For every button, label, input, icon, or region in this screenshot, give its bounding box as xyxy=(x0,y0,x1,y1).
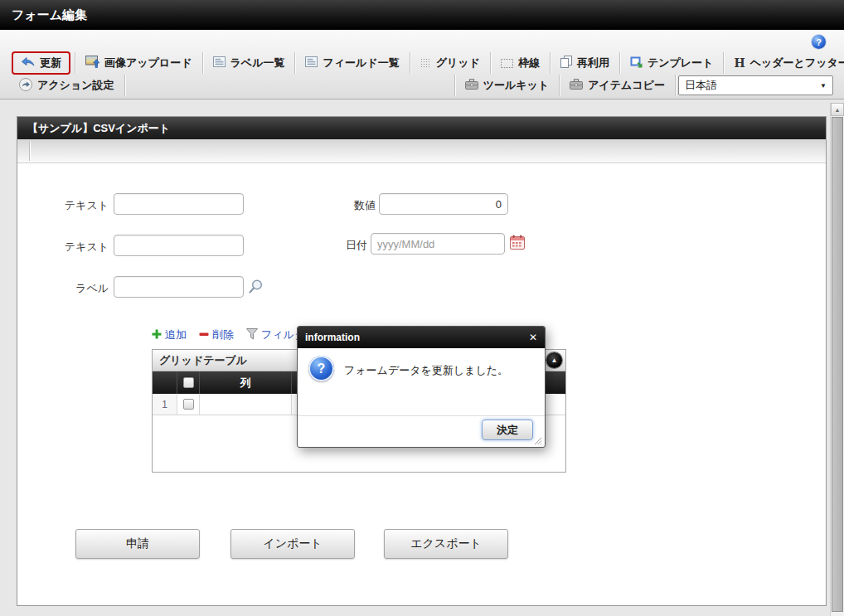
row-checkbox[interactable] xyxy=(183,399,194,410)
form-sub-toolbar xyxy=(17,139,826,163)
add-row-label: 追加 xyxy=(165,327,187,342)
form-title-bar: 【サンプル】CSVインポート xyxy=(17,117,826,139)
minus-icon xyxy=(199,329,209,342)
update-button[interactable]: 更新 xyxy=(13,53,69,73)
row-cell[interactable] xyxy=(200,394,292,415)
action-settings-label: アクション設定 xyxy=(37,78,114,93)
field-list-icon xyxy=(305,56,318,70)
toolbar-separator xyxy=(124,75,125,96)
image-upload-label: 画像アップロード xyxy=(104,56,192,70)
calendar-icon[interactable] xyxy=(510,235,525,252)
item-copy-icon xyxy=(570,79,583,92)
ok-button[interactable]: 決定 xyxy=(482,420,533,440)
info-question-icon: ? xyxy=(308,356,334,381)
row-number-header xyxy=(153,371,177,394)
toolbar-separator xyxy=(202,52,203,74)
window-titlebar: フォーム編集 xyxy=(0,0,844,30)
vertical-scrollbar[interactable]: ▲ xyxy=(830,103,844,616)
dialog-message: フォームデータを更新しました。 xyxy=(344,363,508,378)
page-title: フォーム編集 xyxy=(12,7,87,23)
toolkit-button[interactable]: ツールキット xyxy=(458,75,557,95)
label-list-label: ラベル一覧 xyxy=(230,56,285,70)
search-icon[interactable] xyxy=(248,279,264,297)
language-select[interactable]: 日本語 ▼ xyxy=(678,75,833,95)
toolbar-separator xyxy=(559,75,560,96)
field-list-label: フィールド一覧 xyxy=(323,56,399,70)
row-number: 1 xyxy=(153,394,177,415)
dialog-footer-divider xyxy=(298,415,545,416)
text1-input[interactable] xyxy=(114,193,244,215)
grid-table-title: グリッドテーブル xyxy=(159,353,247,368)
text1-label: テキスト xyxy=(34,198,109,213)
field-list-button[interactable]: フィールド一覧 xyxy=(298,53,406,73)
row-checkbox-cell xyxy=(177,394,200,415)
lookup-label: ラベル xyxy=(34,281,109,296)
header-footer-label: ヘッダーとフッター xyxy=(750,56,844,70)
collapse-arrow-icon: ▲ xyxy=(551,357,558,364)
lookup-input[interactable] xyxy=(114,276,244,298)
toolbar-row-1: 更新 画像アップロード ラベル一覧 xyxy=(0,51,844,75)
add-row-link[interactable]: 追加 xyxy=(152,327,187,342)
image-upload-icon xyxy=(85,56,99,70)
select-all-checkbox[interactable] xyxy=(183,377,194,388)
help-icon[interactable]: ? xyxy=(812,35,826,49)
delete-row-link[interactable]: 削除 xyxy=(199,327,234,342)
grid-actions: 追加 削除 フィルタ xyxy=(152,327,305,342)
toolkit-icon xyxy=(465,79,478,92)
toolbar-separator xyxy=(454,75,455,96)
number-input[interactable] xyxy=(379,193,508,215)
header-footer-icon: H xyxy=(734,56,745,70)
label-list-button[interactable]: ラベル一覧 xyxy=(206,53,293,73)
action-settings-button[interactable]: アクション設定 xyxy=(12,75,122,96)
toolbar-separator xyxy=(723,52,724,74)
toolkit-label: ツールキット xyxy=(483,78,550,93)
app-window: フォーム編集 ? 更新 xyxy=(0,0,844,616)
column-header: 列 xyxy=(200,371,292,394)
language-select-value: 日本語 xyxy=(685,78,717,93)
header-footer-button[interactable]: H ヘッダーとフッター xyxy=(726,53,844,73)
import-button[interactable]: インポート xyxy=(230,529,355,559)
collapse-button[interactable]: ▲ xyxy=(546,352,562,368)
border-label: 枠線 xyxy=(518,56,540,70)
grid-icon xyxy=(420,58,431,69)
delete-row-label: 削除 xyxy=(212,327,234,342)
grid-button[interactable]: グリッド xyxy=(413,53,487,73)
template-button[interactable]: テンプレート xyxy=(623,53,721,73)
grid-label: グリッド xyxy=(436,56,480,70)
toolbar: ? 更新 画像アップロード xyxy=(0,30,844,99)
dialog-title: information xyxy=(305,332,360,343)
update-label: 更新 xyxy=(40,56,61,70)
number-label: 数値 xyxy=(308,198,376,213)
close-icon[interactable]: ✕ xyxy=(529,332,537,342)
update-highlight-box: 更新 xyxy=(12,51,70,75)
item-copy-button[interactable]: アイテムコピー xyxy=(562,75,672,95)
update-icon xyxy=(21,56,35,70)
strip-divider xyxy=(29,141,30,161)
date-input[interactable] xyxy=(371,233,505,255)
submit-button[interactable]: 申請 xyxy=(75,529,200,559)
export-button[interactable]: エクスポート xyxy=(384,529,508,559)
border-button[interactable]: 枠線 xyxy=(493,53,547,73)
toolbar-separator xyxy=(675,75,676,96)
information-dialog: information ✕ ? フォームデータを更新しました。 決定 xyxy=(297,326,546,448)
resize-handle-icon[interactable] xyxy=(533,435,542,444)
toolbar-separator xyxy=(294,52,295,74)
reuse-button[interactable]: 再利用 xyxy=(553,53,617,73)
item-copy-label: アイテムコピー xyxy=(588,78,665,93)
form-title: 【サンプル】CSVインポート xyxy=(27,121,170,136)
text2-label: テキスト xyxy=(34,240,109,255)
scrollbar-up-icon[interactable]: ▲ xyxy=(831,103,844,116)
text2-input[interactable] xyxy=(114,235,244,256)
toolbar-separator xyxy=(619,52,620,74)
template-label: テンプレート xyxy=(648,56,714,70)
plus-icon xyxy=(152,329,162,342)
scrollbar-thumb[interactable] xyxy=(832,117,843,612)
image-upload-button[interactable]: 画像アップロード xyxy=(78,53,200,73)
reuse-label: 再利用 xyxy=(577,56,609,70)
label-list-icon xyxy=(213,56,226,70)
dialog-titlebar[interactable]: information ✕ xyxy=(298,327,545,348)
border-icon xyxy=(501,59,513,68)
toolbar-separator xyxy=(410,52,410,74)
reuse-icon xyxy=(560,56,572,70)
toolbar-separator xyxy=(490,52,491,74)
